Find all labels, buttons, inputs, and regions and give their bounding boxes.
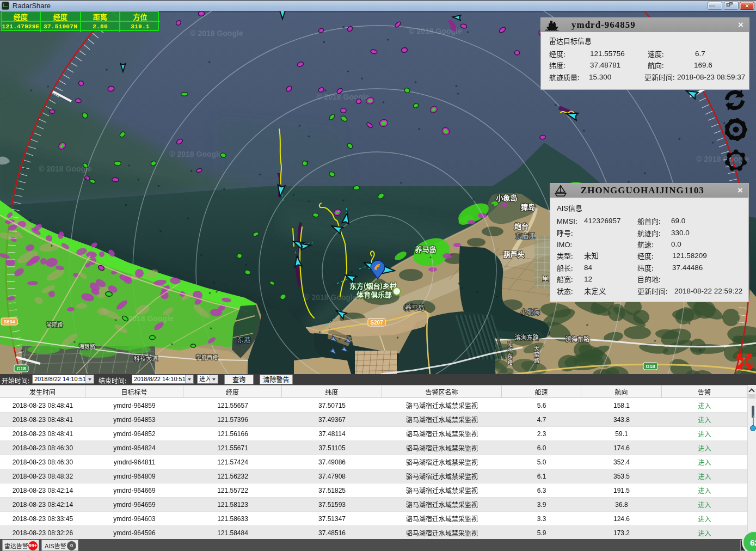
svg-text:大窑路: 大窑路 xyxy=(533,345,541,364)
svg-text:东港: 东港 xyxy=(237,335,250,344)
svg-text:养马岛: 养马岛 xyxy=(414,244,436,254)
svg-text:养马岛: 养马岛 xyxy=(405,303,425,312)
svg-text:© 2018 Google: © 2018 Google xyxy=(316,93,370,101)
svg-text:东庙江: 东庙江 xyxy=(515,231,535,240)
svg-text:S604: S604 xyxy=(3,319,15,325)
svg-text:沁水东路: 沁水东路 xyxy=(506,341,514,365)
svg-text:S207: S207 xyxy=(370,320,383,326)
svg-text:© 2018 Google: © 2018 Google xyxy=(169,150,223,158)
svg-text:G18: G18 xyxy=(16,366,26,371)
svg-text:滨海东路: 滨海东路 xyxy=(566,334,589,343)
svg-text:小北海: 小北海 xyxy=(520,307,540,316)
svg-text:獐岛: 獐岛 xyxy=(520,201,535,212)
svg-text:葫芦头: 葫芦头 xyxy=(503,249,524,259)
svg-text:体育俱乐部: 体育俱乐部 xyxy=(357,289,392,299)
svg-text:© 2018 Google: © 2018 Google xyxy=(304,293,357,302)
svg-text:滨海东路: 滨海东路 xyxy=(515,333,539,341)
svg-text:海琅路: 海琅路 xyxy=(79,342,95,350)
svg-text:© 2018 Google: © 2018 Google xyxy=(120,314,174,323)
svg-text:学院路: 学院路 xyxy=(46,320,63,328)
svg-text:科技大道: 科技大道 xyxy=(134,354,158,363)
svg-text:里: 里 xyxy=(543,274,549,283)
svg-text:G18: G18 xyxy=(646,364,655,369)
svg-text:学府西路: 学府西路 xyxy=(196,353,218,361)
svg-text:© 2018 Google: © 2018 Google xyxy=(190,29,243,38)
svg-text:小象岛: 小象岛 xyxy=(496,192,517,203)
svg-text:炮台: 炮台 xyxy=(514,221,528,231)
